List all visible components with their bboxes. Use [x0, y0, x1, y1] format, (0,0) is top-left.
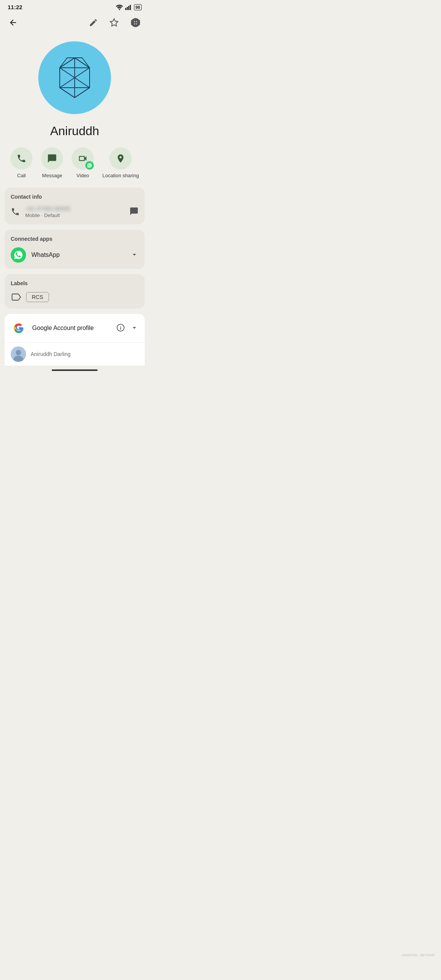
star-icon [109, 18, 119, 27]
svg-line-17 [75, 68, 90, 78]
wifi-icon [116, 4, 123, 10]
bottom-hint: Aniruddh Darling [5, 342, 145, 366]
location-label: Location sharing [102, 173, 139, 178]
location-icon [116, 154, 126, 163]
svg-point-5 [135, 20, 137, 22]
home-indicator [0, 366, 149, 373]
labels-row: RCS [11, 292, 139, 302]
labels-section: Labels RCS [5, 274, 145, 309]
google-account-title: Google Account profile [32, 325, 94, 332]
battery-indicator: 98 [134, 4, 142, 10]
status-time: 11:22 [8, 4, 22, 10]
message-button[interactable]: Message [41, 147, 63, 178]
video-button[interactable]: Video [72, 147, 94, 178]
whatsapp-expand-button[interactable] [130, 250, 139, 260]
svg-rect-3 [128, 6, 129, 10]
whatsapp-badge [85, 161, 94, 170]
svg-line-14 [75, 88, 90, 98]
google-info-button[interactable] [116, 323, 125, 333]
call-label: Call [17, 173, 26, 178]
svg-line-21 [82, 58, 90, 68]
svg-point-0 [119, 9, 120, 10]
sms-icon [129, 207, 139, 216]
phone-details: +91 97364 96069 Mobile · Default [25, 205, 70, 218]
edit-icon [89, 18, 98, 27]
rcs-label[interactable]: RCS [26, 292, 49, 302]
whatsapp-row[interactable]: WhatsApp [11, 247, 139, 263]
whatsapp-app-left: WhatsApp [11, 247, 60, 263]
connected-apps-section: Connected apps WhatsApp [5, 230, 145, 269]
video-label: Video [77, 173, 89, 178]
toolbar-right [87, 16, 142, 31]
phone-type: Mobile · Default [25, 212, 70, 218]
svg-rect-7 [139, 20, 140, 25]
google-account-right [116, 323, 139, 333]
star-button[interactable] [108, 16, 120, 30]
svg-line-20 [60, 58, 67, 68]
connected-apps-title: Connected apps [11, 236, 139, 242]
video-icon-wrap [72, 147, 94, 170]
google-logo: G [11, 320, 27, 336]
bottom-avatar [11, 346, 26, 362]
svg-line-18 [60, 78, 75, 88]
sms-row-button[interactable] [129, 207, 139, 217]
contact-info-section: Contact info +91 97364 96069 Mobile · De… [5, 188, 145, 224]
whatsapp-name: WhatsApp [31, 252, 60, 258]
toolbar [0, 13, 149, 34]
location-icon-wrap [109, 147, 132, 170]
call-icon-wrap [10, 147, 33, 170]
contact-name: Aniruddh [0, 118, 149, 147]
edit-button[interactable] [87, 16, 100, 30]
message-label: Message [42, 173, 62, 178]
info-icon [116, 323, 125, 332]
svg-line-11 [60, 58, 75, 68]
phone-icon [16, 154, 26, 163]
phone-row-icon [11, 207, 20, 216]
svg-line-19 [75, 78, 90, 88]
svg-line-13 [60, 88, 75, 98]
message-icon-wrap [41, 147, 63, 170]
svg-rect-4 [130, 5, 131, 10]
google-account-card[interactable]: G Google Account profile [5, 314, 145, 342]
message-icon [47, 154, 57, 163]
svg-line-12 [75, 58, 90, 68]
phone-number: +91 97364 96069 [25, 205, 70, 212]
svg-rect-2 [127, 7, 128, 10]
whatsapp-app-icon [11, 247, 26, 263]
contact-info-left: +91 97364 96069 Mobile · Default [11, 205, 70, 218]
svg-rect-1 [125, 8, 126, 10]
back-button[interactable] [7, 16, 19, 30]
svg-line-16 [60, 68, 75, 78]
status-bar: 11:22 98 [0, 0, 149, 13]
svg-rect-6 [131, 20, 132, 25]
avatar-section [0, 34, 149, 118]
call-button[interactable]: Call [10, 147, 33, 178]
google-account-left: G Google Account profile [11, 320, 94, 336]
contact-info-row[interactable]: +91 97364 96069 Mobile · Default [11, 205, 139, 218]
location-button[interactable]: Location sharing [102, 147, 139, 178]
home-bar [52, 369, 98, 371]
contacts-menu-button[interactable] [129, 16, 142, 31]
chevron-down-icon [130, 250, 139, 259]
action-buttons: Call Message Video Locati [0, 147, 149, 188]
svg-point-31 [16, 350, 21, 355]
google-expand-button[interactable] [130, 323, 139, 333]
avatar [38, 41, 111, 114]
contacts-icon [130, 17, 141, 28]
contact-info-title: Contact info [11, 194, 139, 200]
signal-icon [125, 4, 132, 10]
labels-title: Labels [11, 280, 139, 286]
chevron-down-icon [130, 323, 139, 332]
label-icon [11, 292, 21, 302]
status-icons: 98 [116, 4, 142, 10]
bottom-hint-text: Aniruddh Darling [31, 351, 70, 357]
